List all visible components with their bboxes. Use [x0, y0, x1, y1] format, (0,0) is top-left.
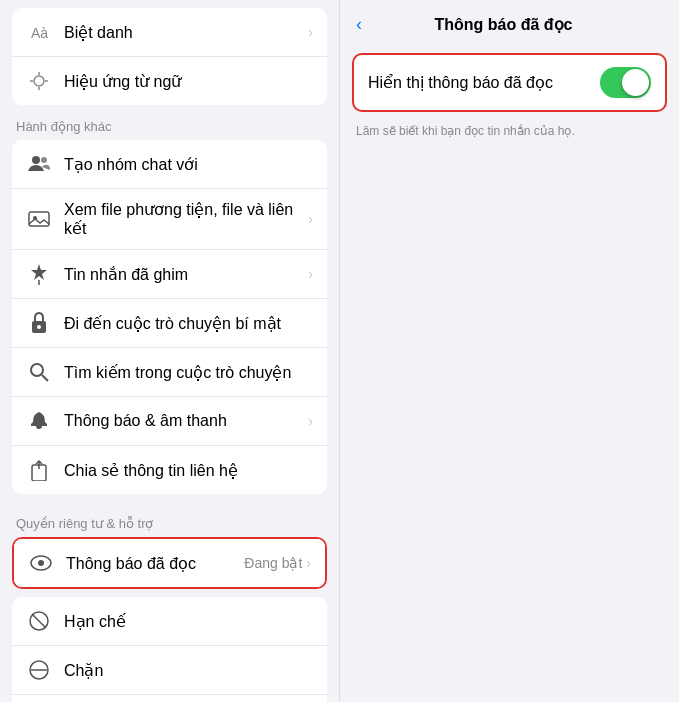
- hieu-ung-label: Hiệu ứng từ ngữ: [64, 72, 313, 91]
- chia-se-label: Chia sẻ thông tin liên hệ: [64, 461, 313, 480]
- toggle-label: Hiển thị thông báo đã đọc: [368, 73, 600, 92]
- list-item-xem-file[interactable]: Xem file phương tiện, file và liên kết ›: [12, 189, 327, 250]
- list-item-thong-bao-am-thanh[interactable]: Thông báo & âm thanh ›: [12, 397, 327, 446]
- list-item-tim-kiem[interactable]: Tìm kiếm trong cuộc trò chuyện: [12, 348, 327, 397]
- xem-file-icon: [26, 206, 52, 232]
- right-panel-title: Thông báo đã đọc: [370, 15, 637, 34]
- tao-nhom-label: Tạo nhóm chat với: [64, 155, 313, 174]
- list-item-tao-nhom[interactable]: Tạo nhóm chat với: [12, 140, 327, 189]
- thong-bao-doc-chevron: ›: [306, 555, 311, 571]
- right-back-button[interactable]: ‹: [356, 14, 362, 35]
- list-item-bi-mat[interactable]: Đi đến cuộc trò chuyện bí mật: [12, 299, 327, 348]
- biet-danh-icon: Aà: [26, 19, 52, 45]
- xem-file-label: Xem file phương tiện, file và liên kết: [64, 200, 304, 238]
- thong-bao-doc-label: Thông báo đã đọc: [66, 554, 244, 573]
- right-panel: ‹ Thông báo đã đọc Hiển thị thông báo đã…: [340, 0, 679, 702]
- partial-section: Aà Biệt danh › Hiệu ứng từ ngữ: [12, 8, 327, 105]
- thong-bao-am-thanh-chevron: ›: [308, 413, 313, 429]
- biet-danh-chevron: ›: [308, 24, 313, 40]
- chia-se-icon: [26, 457, 52, 483]
- svg-point-17: [38, 560, 44, 566]
- hieu-ung-icon: [26, 68, 52, 94]
- tao-nhom-icon: [26, 151, 52, 177]
- hanh-dong-section: Tạo nhóm chat với Xem file phương tiện, …: [12, 140, 327, 494]
- svg-rect-8: [29, 212, 49, 226]
- thong-bao-doc-status: Đang bật: [244, 555, 302, 571]
- toggle-knob: [622, 69, 649, 96]
- svg-line-14: [42, 375, 48, 381]
- section2-label: Quyền riêng tư & hỗ trợ: [0, 502, 339, 537]
- list-item-chia-se[interactable]: Chia sẻ thông tin liên hệ: [12, 446, 327, 494]
- han-che-label: Hạn chế: [64, 612, 313, 631]
- toggle-switch[interactable]: [600, 67, 651, 98]
- tin-nhan-ghim-icon: [26, 261, 52, 287]
- section1-label: Hành động khác: [0, 105, 339, 140]
- thong-bao-am-thanh-label: Thông báo & âm thanh: [64, 412, 304, 430]
- tim-kiem-icon: [26, 359, 52, 385]
- list-item-thong-bao-doc[interactable]: Thông báo đã đọc Đang bật ›: [14, 539, 325, 587]
- left-panel: Aà Biệt danh › Hiệu ứng từ ngữ: [0, 0, 340, 702]
- toggle-row: Hiển thị thông báo đã đọc: [354, 55, 665, 110]
- list-item-chan[interactable]: Chặn: [12, 646, 327, 695]
- list-item-tin-nhan-ghim[interactable]: Tin nhắn đã ghim ›: [12, 250, 327, 299]
- tim-kiem-label: Tìm kiếm trong cuộc trò chuyện: [64, 363, 313, 382]
- svg-text:Aà: Aà: [31, 25, 48, 41]
- thong-bao-doc-icon: [28, 550, 54, 576]
- toggle-section: Hiển thị thông báo đã đọc: [352, 53, 667, 112]
- tin-nhan-ghim-label: Tin nhắn đã ghim: [64, 265, 304, 284]
- list-item-han-che[interactable]: Hạn chế: [12, 597, 327, 646]
- list-item-bao-cao[interactable]: Báo cáo Đóng góp ý kiến và báo cáo cuộc …: [12, 695, 327, 702]
- bi-mat-label: Đi đến cuộc trò chuyện bí mật: [64, 314, 313, 333]
- han-che-icon: [26, 608, 52, 634]
- privacy-section: Hạn chế Chặn: [12, 597, 327, 702]
- highlighted-wrapper: Thông báo đã đọc Đang bật ›: [12, 537, 327, 589]
- svg-point-13: [31, 364, 43, 376]
- right-header: ‹ Thông báo đã đọc: [340, 0, 679, 45]
- right-description: Lâm sẽ biết khi bạn đọc tin nhắn của họ.: [340, 120, 679, 148]
- biet-danh-label: Biệt danh: [64, 23, 304, 42]
- svg-point-7: [41, 157, 47, 163]
- tin-nhan-ghim-chevron: ›: [308, 266, 313, 282]
- bi-mat-icon: [26, 310, 52, 336]
- list-item-biet-danh[interactable]: Aà Biệt danh ›: [12, 8, 327, 57]
- chan-label: Chặn: [64, 661, 313, 680]
- svg-point-12: [37, 325, 41, 329]
- list-item-hieu-ung[interactable]: Hiệu ứng từ ngữ: [12, 57, 327, 105]
- xem-file-chevron: ›: [308, 211, 313, 227]
- svg-point-6: [32, 156, 40, 164]
- svg-point-1: [34, 76, 44, 86]
- thong-bao-am-thanh-icon: [26, 408, 52, 434]
- svg-line-19: [32, 614, 46, 628]
- chan-icon: [26, 657, 52, 683]
